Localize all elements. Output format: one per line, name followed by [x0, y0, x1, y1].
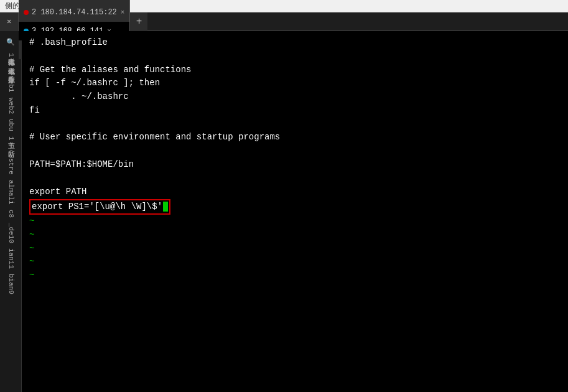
- terminal-line-8: [29, 144, 563, 158]
- tab-close-2[interactable]: ×: [121, 9, 125, 16]
- terminal-line-16: ~: [29, 255, 563, 269]
- terminal-line-0: # .bash_profile: [29, 36, 563, 50]
- sidebar-item-3[interactable]: web1: [5, 73, 16, 95]
- add-tab-button[interactable]: +: [130, 12, 147, 31]
- sidebar-item-2[interactable]: 数据库: [5, 68, 16, 73]
- tab-dot-2: [24, 10, 29, 15]
- sidebar-item-13[interactable]: bian9: [5, 271, 16, 297]
- terminal-line-17: ~: [29, 269, 563, 282]
- terminal-line-15: ~: [29, 242, 563, 256]
- highlight-span: export PS1='[\u@\h \W]\$': [29, 199, 170, 215]
- terminal-line-14: ~: [29, 228, 563, 242]
- search-icon[interactable]: 🔍: [1, 34, 20, 49]
- sidebar: 🔍 本地磁盘1本地磁盘2数据库web1web2ubu主节1断c8strealma…: [0, 31, 22, 392]
- sidebar-items: 本地磁盘1本地磁盘2数据库web1web2ubu主节1断c8strealmali…: [5, 50, 16, 297]
- terminal-line-11: export PATH: [29, 185, 563, 199]
- terminal-line-1: [29, 50, 563, 63]
- close-all-button[interactable]: ✕: [0, 12, 19, 31]
- sidebar-item-6[interactable]: 主节1: [5, 134, 16, 143]
- terminal-line-10: [29, 172, 563, 185]
- sidebar-item-0[interactable]: 本地磁盘1: [5, 50, 16, 60]
- sidebar-item-11[interactable]: _de10: [5, 220, 16, 246]
- tab-bar: ✕ 1 192.168.1.190主×2 180.184.74.115:22×3…: [0, 12, 568, 31]
- main-layout: 🔍 本地磁盘1本地磁盘2数据库web1web2ubu主节1断c8strealma…: [0, 31, 568, 392]
- terminal-line-12: export PS1='[\u@\h \W]\$': [29, 199, 563, 215]
- terminal-line-6: [29, 117, 563, 131]
- terminal-area[interactable]: # .bash_profile# Get the aliases and fun…: [22, 31, 568, 392]
- terminal-line-5: fi: [29, 104, 563, 118]
- sidebar-item-12[interactable]: ian11: [5, 246, 16, 271]
- terminal-line-2: # Get the aliases and functions: [29, 63, 563, 77]
- sidebar-item-9[interactable]: almali: [5, 177, 16, 207]
- terminal-lines: # .bash_profile# Get the aliases and fun…: [29, 36, 563, 282]
- tab-label-2: 2 180.184.74.115:22: [32, 8, 117, 17]
- terminal-line-3: if [ -f ~/.bashrc ]; then: [29, 77, 563, 90]
- sidebar-item-7[interactable]: 断: [5, 142, 16, 147]
- terminal-line-7: # User specific environment and startup …: [29, 131, 563, 144]
- sidebar-item-10[interactable]: c8: [5, 207, 16, 220]
- terminal-line-13: ~: [29, 215, 563, 228]
- terminal-line-4: . ~/.bashrc: [29, 90, 563, 104]
- sidebar-item-5[interactable]: ubu: [5, 116, 16, 134]
- terminal-line-9: PATH=$PATH:$HOME/bin: [29, 158, 563, 172]
- sidebar-item-8[interactable]: c8stre: [5, 147, 16, 177]
- cursor: [163, 202, 168, 212]
- sidebar-item-4[interactable]: web2: [5, 95, 16, 116]
- sidebar-item-1[interactable]: 本地磁盘2: [5, 60, 16, 69]
- tab-2[interactable]: 2 180.184.74.115:22×: [19, 3, 130, 22]
